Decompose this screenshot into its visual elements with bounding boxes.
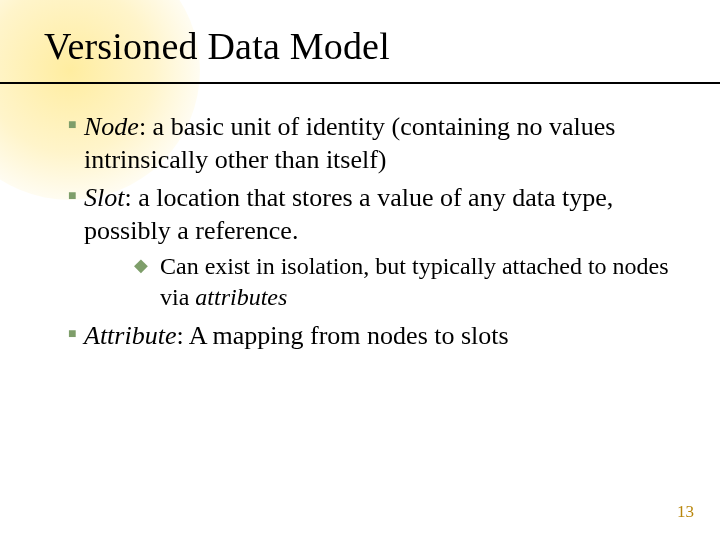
bullet-text: Attribute: A mapping from nodes to slots: [84, 319, 680, 352]
term-attribute: Attribute: [84, 321, 176, 350]
term-node: Node: [84, 112, 139, 141]
def-attribute: : A mapping from nodes to slots: [176, 321, 508, 350]
square-bullet-icon: ■: [44, 181, 84, 248]
square-bullet-icon: ■: [44, 319, 84, 352]
slide-body: ■ Node: a basic unit of identity (contai…: [0, 74, 720, 352]
sub-bullet-text: Can exist in isolation, but typically at…: [160, 251, 680, 312]
square-bullet-icon: ■: [44, 110, 84, 177]
term-slot: Slot: [84, 183, 124, 212]
sub-em: attributes: [195, 284, 287, 310]
page-number: 13: [677, 502, 694, 522]
def-node: : a basic unit of identity (containing n…: [84, 112, 615, 174]
title-underline: [0, 82, 720, 84]
bullet-node: ■ Node: a basic unit of identity (contai…: [44, 110, 680, 177]
bullet-text: Slot: a location that stores a value of …: [84, 181, 680, 248]
sub-bullet-slot: ◆ Can exist in isolation, but typically …: [44, 251, 680, 312]
bullet-slot: ■ Slot: a location that stores a value o…: [44, 181, 680, 248]
diamond-bullet-icon: ◆: [134, 251, 160, 312]
bullet-attribute: ■ Attribute: A mapping from nodes to slo…: [44, 319, 680, 352]
bullet-text: Node: a basic unit of identity (containi…: [84, 110, 680, 177]
def-slot: : a location that stores a value of any …: [84, 183, 613, 245]
slide-content: Versioned Data Model ■ Node: a basic uni…: [0, 0, 720, 540]
slide-title: Versioned Data Model: [0, 0, 720, 74]
